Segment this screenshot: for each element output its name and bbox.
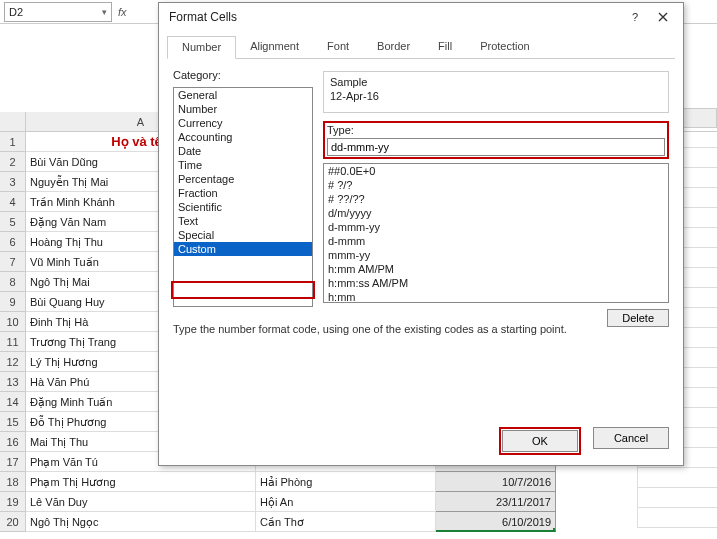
dialog-buttons: OK Cancel: [499, 427, 669, 455]
type-section: Type: ##0.0E+0# ?/?# ??/??d/m/yyyyd-mmm-…: [323, 121, 669, 327]
row-header[interactable]: 17: [0, 452, 26, 472]
fx-label: fx: [118, 6, 127, 18]
row-header[interactable]: 4: [0, 192, 26, 212]
sample-label: Sample: [330, 76, 662, 88]
tab-fill[interactable]: Fill: [424, 36, 466, 59]
row-header[interactable]: 18: [0, 472, 26, 492]
type-label: Type:: [327, 124, 665, 136]
row-header[interactable]: 10: [0, 312, 26, 332]
category-item[interactable]: Currency: [174, 116, 312, 130]
category-item[interactable]: Number: [174, 102, 312, 116]
chevron-down-icon: ▾: [102, 7, 107, 17]
hint-text: Type the number format code, using one o…: [173, 323, 669, 335]
format-code-item[interactable]: mmm-yy: [324, 248, 668, 262]
format-code-item[interactable]: h:mm AM/PM: [324, 262, 668, 276]
cell[interactable]: [637, 508, 717, 528]
tab-alignment[interactable]: Alignment: [236, 36, 313, 59]
highlight-ok: OK: [499, 427, 581, 455]
dialog-tabs: NumberAlignmentFontBorderFillProtection: [167, 35, 675, 59]
category-list[interactable]: GeneralNumberCurrencyAccountingDateTimeP…: [173, 87, 313, 307]
number-tab-panel: Sample 12-Apr-16 Type: ##0.0E+0# ?/?# ??…: [323, 69, 669, 327]
cell[interactable]: Hải Phòng: [256, 472, 436, 492]
cell[interactable]: [637, 488, 717, 508]
tab-border[interactable]: Border: [363, 36, 424, 59]
tab-protection[interactable]: Protection: [466, 36, 544, 59]
tab-number[interactable]: Number: [167, 36, 236, 59]
cell-selected[interactable]: 23/11/2017: [436, 492, 556, 512]
type-input[interactable]: [327, 138, 665, 156]
name-box[interactable]: D2 ▾: [4, 2, 112, 22]
row-header[interactable]: 3: [0, 172, 26, 192]
cell[interactable]: Phạm Thị Hương: [26, 472, 256, 492]
cell-selected[interactable]: 10/7/2016: [436, 472, 556, 492]
row-header[interactable]: 2: [0, 152, 26, 172]
sample-box: Sample 12-Apr-16: [323, 71, 669, 113]
tab-font[interactable]: Font: [313, 36, 363, 59]
format-code-item[interactable]: h:mm:ss AM/PM: [324, 276, 668, 290]
format-code-item[interactable]: d-mmm-yy: [324, 220, 668, 234]
format-cells-dialog: Format Cells ? NumberAlignmentFontBorder…: [158, 2, 684, 466]
help-button[interactable]: ?: [621, 6, 649, 28]
format-code-list[interactable]: ##0.0E+0# ?/?# ??/??d/m/yyyyd-mmm-yyd-mm…: [323, 163, 669, 303]
table-row: 19Lê Văn DuyHội An23/11/2017: [0, 492, 717, 512]
cell[interactable]: Lê Văn Duy: [26, 492, 256, 512]
dialog-title: Format Cells: [169, 10, 621, 24]
format-code-item[interactable]: d/m/yyyy: [324, 206, 668, 220]
close-icon: [658, 12, 668, 22]
sample-value: 12-Apr-16: [330, 90, 662, 102]
row-header[interactable]: 19: [0, 492, 26, 512]
format-code-item[interactable]: d-mmm: [324, 234, 668, 248]
row-header[interactable]: 15: [0, 412, 26, 432]
row-header[interactable]: 1: [0, 132, 26, 152]
category-item[interactable]: Scientific: [174, 200, 312, 214]
row-header[interactable]: 11: [0, 332, 26, 352]
category-item[interactable]: Custom: [174, 242, 312, 256]
row-header[interactable]: 6: [0, 232, 26, 252]
row-header[interactable]: 12: [0, 352, 26, 372]
select-all-corner[interactable]: [0, 112, 26, 131]
row-header[interactable]: 9: [0, 292, 26, 312]
row-header[interactable]: 5: [0, 212, 26, 232]
category-item[interactable]: Text: [174, 214, 312, 228]
category-item[interactable]: Special: [174, 228, 312, 242]
fx-area: fx: [118, 6, 127, 18]
category-item[interactable]: Date: [174, 144, 312, 158]
format-code-item[interactable]: # ?/?: [324, 178, 668, 192]
row-header[interactable]: 20: [0, 512, 26, 532]
cell[interactable]: Cần Thơ: [256, 512, 436, 532]
category-item[interactable]: Percentage: [174, 172, 312, 186]
name-box-value: D2: [9, 6, 23, 18]
category-item[interactable]: Time: [174, 158, 312, 172]
format-code-item[interactable]: ##0.0E+0: [324, 164, 668, 178]
table-row: 20Ngô Thị NgọcCần Thơ6/10/2019: [0, 512, 717, 532]
format-code-item[interactable]: h:mm: [324, 290, 668, 303]
row-header[interactable]: 16: [0, 432, 26, 452]
row-header[interactable]: 13: [0, 372, 26, 392]
close-button[interactable]: [649, 6, 677, 28]
cell[interactable]: [637, 468, 717, 488]
format-code-item[interactable]: # ??/??: [324, 192, 668, 206]
ok-button[interactable]: OK: [502, 430, 578, 452]
row-header[interactable]: 8: [0, 272, 26, 292]
category-item[interactable]: Fraction: [174, 186, 312, 200]
cell-selected[interactable]: 6/10/2019: [436, 512, 556, 532]
cell[interactable]: Ngô Thị Ngọc: [26, 512, 256, 532]
highlight-type: Type:: [323, 121, 669, 159]
dialog-titlebar: Format Cells ?: [159, 3, 683, 31]
row-header[interactable]: 7: [0, 252, 26, 272]
table-row: 18Phạm Thị HươngHải Phòng10/7/2016: [0, 472, 717, 492]
row-header[interactable]: 14: [0, 392, 26, 412]
dialog-body: Category: GeneralNumberCurrencyAccountin…: [159, 59, 683, 423]
category-item[interactable]: Accounting: [174, 130, 312, 144]
category-item[interactable]: General: [174, 88, 312, 102]
cancel-button[interactable]: Cancel: [593, 427, 669, 449]
cell[interactable]: Hội An: [256, 492, 436, 512]
